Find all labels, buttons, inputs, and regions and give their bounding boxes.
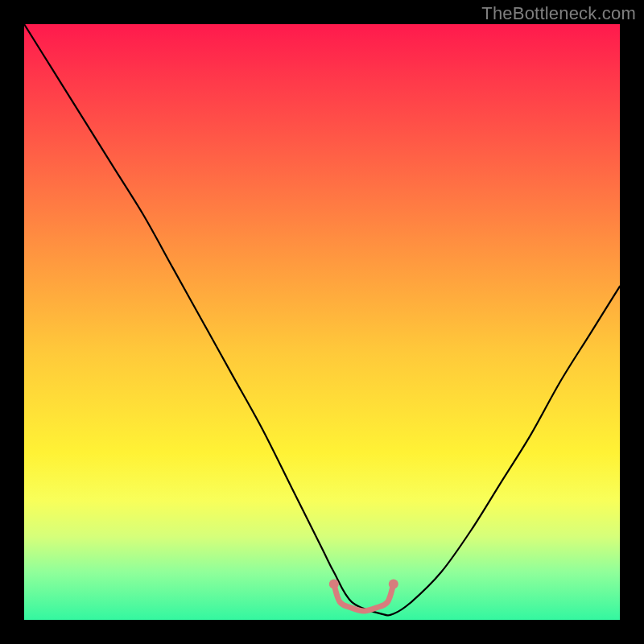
flat-segment-end-right: [389, 580, 398, 589]
curve-line: [24, 24, 620, 615]
chart-svg: [24, 24, 620, 620]
curve-group: [24, 24, 620, 615]
watermark-label: TheBottleneck.com: [481, 3, 636, 24]
flat-segment-end-left: [329, 580, 339, 589]
chart-frame: TheBottleneck.com: [0, 0, 644, 644]
